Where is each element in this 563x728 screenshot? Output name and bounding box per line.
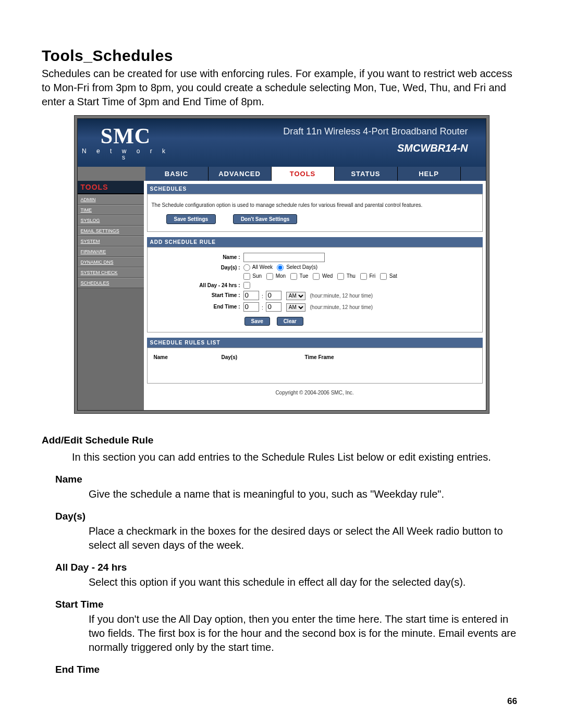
add-schedule-rule-heading: ADD SCHEDULE RULE — [147, 237, 483, 247]
start-ampm-select[interactable]: AM — [286, 292, 305, 300]
intro-paragraph: Schedules can be created for use with en… — [42, 67, 521, 109]
tab-tools[interactable]: TOOLS — [272, 167, 335, 181]
sidebar-item-firmware[interactable]: FIRMWARE — [78, 246, 144, 257]
section-end-title: End Time — [55, 664, 521, 675]
sidebar-item-system[interactable]: SYSTEM — [78, 236, 144, 246]
logo-subtext: N e t w o r k s — [78, 148, 174, 161]
select-days-radio[interactable] — [277, 264, 284, 271]
copyright-text: Copyright © 2004-2006 SMC, Inc. — [149, 389, 481, 399]
day-checkbox-row: Sun Mon Tue Wed Thu Fri Sat — [243, 273, 478, 280]
device-title: Draft 11n Wireless 4-Port Broadband Rout… — [174, 126, 468, 137]
tab-basic[interactable]: BASIC — [145, 167, 209, 181]
router-banner: SMC N e t w o r k s Draft 11n Wireless 4… — [78, 119, 486, 167]
sidebar-heading: TOOLS — [78, 181, 144, 194]
sidebar-item-admin[interactable]: ADMIN — [78, 194, 144, 205]
col-time-frame: Time Frame — [305, 354, 476, 360]
day-tue-checkbox[interactable] — [290, 273, 297, 280]
schedule-rules-list-heading: SCHEDULE RULES LIST — [147, 338, 483, 348]
sidebar: TOOLS ADMIN TIME SYSLOG EMAIL SETTINGS S… — [78, 181, 144, 410]
tab-status[interactable]: STATUS — [335, 167, 398, 181]
page-number: 66 — [42, 696, 521, 707]
start-hour-input[interactable] — [243, 291, 259, 300]
name-input[interactable] — [243, 253, 325, 262]
end-minute-input[interactable] — [266, 302, 282, 312]
all-day-checkbox[interactable] — [243, 282, 250, 289]
name-label: Name : — [152, 254, 243, 260]
start-minute-input[interactable] — [266, 291, 282, 300]
day-thu-checkbox[interactable] — [337, 273, 344, 280]
day-wed-checkbox[interactable] — [313, 273, 320, 280]
logo-text: SMC — [78, 125, 174, 147]
day-sat-checkbox[interactable] — [380, 273, 387, 280]
all-week-label: All Week — [252, 264, 273, 270]
sidebar-item-dynamic-dns[interactable]: DYNAMIC DNS — [78, 257, 144, 267]
save-button[interactable]: Save — [244, 317, 270, 326]
all-day-label: All Day - 24 hrs : — [152, 282, 243, 288]
main-content: SCHEDULES The Schedule configuration opt… — [144, 181, 486, 410]
save-settings-button[interactable]: Save Settings — [166, 214, 216, 224]
day-sun-checkbox[interactable] — [243, 273, 250, 280]
rules-list-header: Name Day(s) Time Frame — [152, 351, 478, 377]
section-allday-body: Select this option if you want this sche… — [89, 575, 521, 589]
tab-help[interactable]: HELP — [398, 167, 461, 181]
section-start-title: Start Time — [55, 599, 521, 610]
end-time-label: End Time : — [152, 304, 243, 310]
sidebar-item-schedules[interactable]: SCHEDULES — [78, 278, 144, 288]
start-time-label: Start Time : — [152, 292, 243, 298]
schedules-description: The Schedule configuration option is use… — [152, 202, 478, 209]
sidebar-item-syslog[interactable]: SYSLOG — [78, 215, 144, 226]
select-days-label: Select Day(s) — [286, 264, 317, 270]
section-allday-title: All Day - 24 hrs — [55, 562, 521, 573]
section-add-edit-body: In this section you can add entries to t… — [72, 450, 521, 464]
days-label: Day(s) : — [152, 265, 243, 270]
section-days-body: Place a checkmark in the boxes for the d… — [89, 524, 521, 552]
day-fri-checkbox[interactable] — [360, 273, 367, 280]
router-screenshot: SMC N e t w o r k s Draft 11n Wireless 4… — [74, 115, 489, 414]
col-name: Name — [154, 354, 222, 360]
section-days-title: Day(s) — [55, 511, 521, 522]
section-add-edit-title: Add/Edit Schedule Rule — [42, 435, 521, 446]
end-time-hint: (hour:minute, 12 hour time) — [310, 304, 373, 310]
device-model: SMCWBR14-N — [174, 142, 468, 154]
sidebar-item-system-check[interactable]: SYSTEM CHECK — [78, 267, 144, 278]
section-name-title: Name — [55, 474, 521, 485]
all-week-radio[interactable] — [243, 264, 250, 271]
day-mon-checkbox[interactable] — [266, 273, 273, 280]
end-hour-input[interactable] — [243, 302, 259, 312]
top-tabs: BASIC ADVANCED TOOLS STATUS HELP — [78, 167, 486, 181]
clear-button[interactable]: Clear — [277, 317, 303, 326]
page-title: Tools_Schedules — [42, 47, 521, 65]
section-start-body: If you don't use the All Day option, the… — [89, 612, 521, 655]
sidebar-item-email-settings[interactable]: EMAIL SETTINGS — [78, 226, 144, 236]
section-name-body: Give the schedule a name that is meaning… — [89, 487, 521, 501]
start-time-hint: (hour:minute, 12 hour time) — [310, 293, 373, 299]
tab-advanced[interactable]: ADVANCED — [209, 167, 272, 181]
end-ampm-select[interactable]: AM — [286, 303, 305, 312]
sidebar-item-time[interactable]: TIME — [78, 205, 144, 215]
dont-save-settings-button[interactable]: Don't Save Settings — [233, 214, 298, 224]
col-days: Day(s) — [222, 354, 305, 360]
schedules-heading: SCHEDULES — [147, 184, 483, 194]
